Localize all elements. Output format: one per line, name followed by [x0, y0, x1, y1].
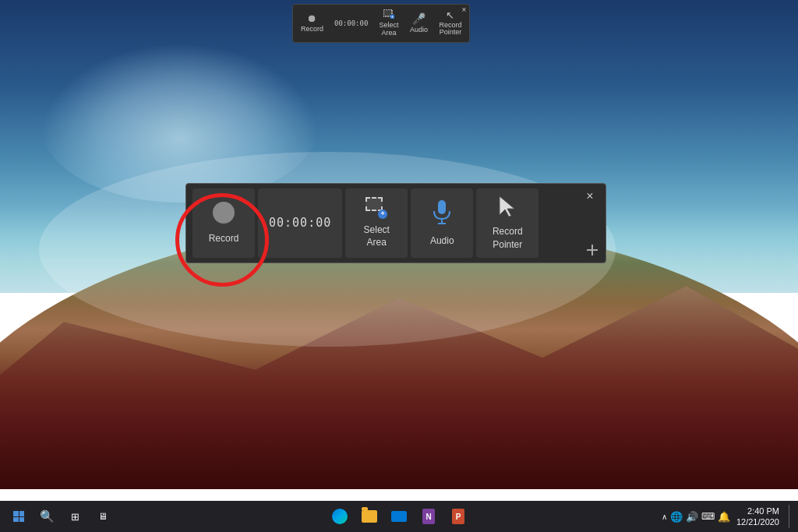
keyboard-icon: ⌨ [701, 511, 715, 522]
toolbar-main-record-pointer-button[interactable]: RecordPointer [476, 188, 538, 258]
show-desktop-button[interactable]: 🖥 [90, 504, 115, 529]
start-button[interactable] [6, 504, 31, 529]
search-icon: 🔍 [40, 509, 55, 523]
show-hidden-tray-button[interactable]: ∧ [662, 513, 667, 521]
toolbar-small-close-button[interactable]: × [462, 6, 467, 14]
toolbar-small-timer-value: 00:00:00 [334, 19, 368, 27]
toolbar-main-close-button[interactable]: × [582, 188, 598, 204]
taskbar-clock[interactable]: 2:40 PM 12/21/2020 [736, 506, 779, 528]
toolbar-main-timer-value: 00:00:00 [269, 216, 331, 230]
task-view-button[interactable]: ⊞ [62, 504, 87, 529]
file-explorer-icon [362, 510, 377, 523]
toolbar-small-select-area-label: SelectArea [379, 22, 398, 37]
toolbar-main-pin-button[interactable] [587, 245, 598, 258]
cursor-icon-main [497, 195, 517, 220]
toolbar-main-record-button[interactable]: Record [192, 188, 255, 258]
toolbar-main-select-area-label: SelectArea [364, 224, 390, 250]
onenote-app-icon: N [422, 509, 435, 524]
taskbar-right-section: ∧ 🌐 🔊 ⌨ 🔔 2:40 PM 12/21/2020 [662, 505, 792, 528]
edge-browser-icon [332, 509, 348, 524]
select-area-icon-main: + [365, 197, 387, 219]
search-button[interactable]: 🔍 [34, 504, 59, 529]
toolbar-main-record-pointer-label: RecordPointer [493, 225, 523, 252]
toolbar-main-audio-label: Audio [430, 235, 454, 246]
show-desktop-icon: 🖥 [98, 511, 108, 522]
notification-icon[interactable]: 🔔 [718, 511, 730, 523]
toolbar-small: × ⏺ Record 00:00:00 + SelectArea 🎤 Audio… [292, 4, 470, 43]
taskbar-pinned-apps: N P [327, 504, 471, 529]
svg-marker-6 [500, 196, 514, 217]
taskbar-folder-icon[interactable] [357, 504, 382, 529]
system-tray: ∧ 🌐 🔊 ⌨ 🔔 2:40 PM 12/21/2020 [662, 505, 792, 528]
cloud-area [40, 43, 319, 203]
record-icon-small: ⏺ [307, 13, 317, 23]
toolbar-small-record-label: Record [301, 25, 323, 33]
toolbar-small-record-button[interactable]: ⏺ Record [296, 8, 328, 39]
select-area-icon-small: + [383, 9, 394, 20]
toolbar-small-record-pointer-label: RecordPointer [439, 22, 461, 37]
taskbar-onenote-icon[interactable]: N [416, 504, 441, 529]
desktop-background [0, 0, 798, 532]
toolbar-main-record-label: Record [209, 233, 239, 244]
network-icon[interactable]: 🌐 [670, 511, 683, 523]
cursor-icon-small: ↖ [446, 10, 454, 20]
volume-icon[interactable]: 🔊 [686, 511, 698, 523]
mail-app-icon [391, 511, 407, 522]
task-view-icon: ⊞ [71, 511, 79, 523]
audio-icon-small: 🎤 [412, 13, 425, 24]
taskbar-left-section: 🔍 ⊞ 🖥 [6, 504, 115, 529]
taskbar: 🔍 ⊞ 🖥 N P ∧ 🌐 [0, 501, 798, 532]
tray-icons: ∧ 🌐 🔊 ⌨ 🔔 [662, 511, 730, 523]
windows-icon [13, 511, 24, 522]
svg-text:+: + [391, 14, 394, 19]
toolbar-small-timer: 00:00:00 [330, 8, 373, 39]
taskbar-mail-icon[interactable] [387, 504, 411, 529]
toolbar-small-audio-button[interactable]: 🎤 Audio [404, 8, 433, 39]
clock-time: 2:40 PM [736, 506, 779, 516]
clock-date: 12/21/2020 [736, 516, 779, 527]
toolbar-main-select-area-button[interactable]: + SelectArea [345, 188, 408, 258]
toolbar-small-audio-label: Audio [410, 26, 428, 33]
microphone-icon-main [431, 200, 453, 231]
toolbar-small-select-area-button[interactable]: + SelectArea [374, 8, 403, 39]
toolbar-main-audio-button[interactable]: Audio [411, 188, 473, 258]
toolbar-main: × Record 00:00:00 + SelectArea Audio [185, 183, 606, 263]
show-desktop-strip[interactable] [789, 505, 792, 528]
taskbar-powerpoint-icon[interactable]: P [446, 504, 471, 529]
toolbar-main-timer: 00:00:00 [258, 188, 342, 258]
taskbar-edge-icon[interactable] [327, 504, 352, 529]
record-dot-icon [213, 202, 235, 224]
svg-rect-3 [438, 200, 446, 214]
powerpoint-app-icon: P [452, 509, 464, 524]
